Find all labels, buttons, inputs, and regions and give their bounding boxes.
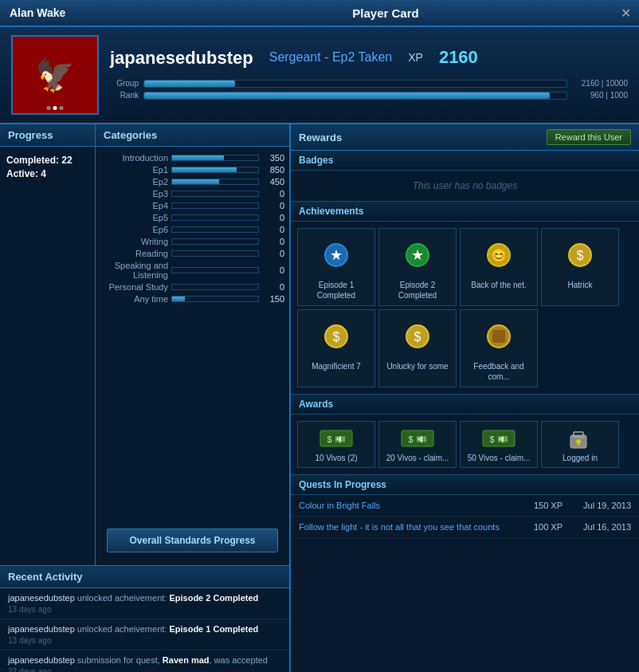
activity-action: unlocked acheivement: xyxy=(77,624,167,634)
svg-text:$: $ xyxy=(333,330,340,344)
quests-header: Quests In Progress xyxy=(291,475,639,495)
title-bar: Alan Wake Player Card ✕ xyxy=(0,0,639,27)
activity-item: japanesedubstep unlocked acheivement: Ep… xyxy=(0,588,289,619)
categories-section-header: Categories xyxy=(96,124,289,146)
category-row: Ep4 0 xyxy=(100,201,284,210)
category-bar-bg xyxy=(171,155,259,161)
category-bar-bg xyxy=(171,214,259,221)
rank-bar-bg xyxy=(143,92,567,100)
category-label: Ep6 xyxy=(100,225,168,234)
category-bar-bg xyxy=(171,167,259,173)
completed-label: Completed: xyxy=(6,155,59,166)
profile-header: 🦅 japanesedubstep Sergeant - Ep2 Taken X… xyxy=(0,27,639,124)
svg-text:★: ★ xyxy=(330,247,343,263)
badges-header: Badges xyxy=(291,151,639,171)
profile-info: japanesedubstep Sergeant - Ep2 Taken XP … xyxy=(110,47,628,103)
category-value: 150 xyxy=(262,294,284,304)
quest-name[interactable]: Follow the light - it is not all that yo… xyxy=(299,522,514,532)
xp-value: 2160 xyxy=(439,47,478,68)
award-item: $ 💵 10 Vivos (2) xyxy=(297,421,375,468)
group-bar-fill xyxy=(144,81,235,87)
svg-text:$ 💵: $ 💵 xyxy=(408,434,426,445)
category-bar-fill xyxy=(172,179,219,184)
avatar-dots xyxy=(47,106,64,110)
category-row: Ep1 850 xyxy=(100,165,284,175)
main-content: Progress Categories Completed: 22 Active… xyxy=(0,124,639,672)
rewards-title: Rewards xyxy=(299,132,342,143)
achievement-label: Feedback and com... xyxy=(464,361,534,382)
reward-user-button[interactable]: Reward this User xyxy=(547,129,631,145)
category-value: 0 xyxy=(262,189,284,198)
rank-bar-row: Rank 960 | 1000 xyxy=(110,91,628,100)
badges-area: This user has no badges xyxy=(291,171,639,202)
achievement-item: 😊 Back of the net. xyxy=(460,228,538,306)
category-bar-fill xyxy=(172,155,224,160)
active-stat: Active: 4 xyxy=(6,168,88,179)
close-button[interactable]: ✕ xyxy=(612,0,639,26)
activity-user: japanesedubstep xyxy=(8,655,75,665)
group-bar-bg xyxy=(143,80,567,88)
awards-grid: $ 💵 10 Vivos (2) $ 💵 20 Vivos - claim...… xyxy=(291,415,639,475)
category-bar-bg xyxy=(171,179,259,185)
category-value: 0 xyxy=(262,282,284,292)
quest-date: Jul 16, 2013 xyxy=(567,522,631,532)
category-row: Ep2 450 xyxy=(100,177,284,187)
category-value: 450 xyxy=(262,177,284,187)
category-label: Writing xyxy=(100,237,168,246)
awards-header: Awards xyxy=(291,395,639,415)
achievement-item: $ Unlucky for some xyxy=(378,309,457,387)
activity-action: unlocked acheivement: xyxy=(77,593,167,603)
quest-xp: 150 XP xyxy=(519,501,563,510)
achievement-item: ★ Episode 2 Completed xyxy=(378,228,457,306)
dot-1 xyxy=(47,106,51,110)
category-row: Personal Study 0 xyxy=(100,282,284,292)
categories-list: Introduction 350 Ep1 850 Ep2 450 Ep3 0 E… xyxy=(96,147,289,519)
achievements-grid: ★ Episode 1 Completed ★ Episode 2 Comple… xyxy=(291,222,639,395)
left-panel: Progress Categories Completed: 22 Active… xyxy=(0,124,291,672)
achievement-label: Unlucky for some xyxy=(386,361,448,371)
achievement-icon: $ xyxy=(559,234,602,277)
category-bar-bg xyxy=(171,191,259,197)
award-item: $ 💵 50 Vivos - claim... xyxy=(460,421,538,468)
activity-time: 13 days ago xyxy=(8,605,281,614)
svg-text:$ 💵: $ 💵 xyxy=(327,434,345,445)
progress-sub-panel: Completed: 22 Active: 4 xyxy=(0,147,96,565)
group-bar-val: 2160 | 10000 xyxy=(572,79,628,88)
rank-text: Sergeant - Ep2 Taken xyxy=(269,50,392,65)
category-label: Ep2 xyxy=(100,177,168,187)
category-value: 0 xyxy=(262,213,284,222)
award-icon: $ 💵 xyxy=(315,426,358,450)
category-row: Reading 0 xyxy=(100,249,284,258)
group-label: Group xyxy=(110,79,139,88)
activity-item: japanesedubstep submission for quest, Ra… xyxy=(0,650,289,672)
category-bar-bg xyxy=(171,296,259,302)
achievement-icon: ★ xyxy=(396,234,439,277)
category-label: Ep5 xyxy=(100,213,168,222)
xp-label: XP xyxy=(408,51,423,64)
overall-standards-button[interactable]: Overall Standards Progress xyxy=(107,529,278,552)
category-label: Ep1 xyxy=(100,165,168,175)
activity-action2: , was accepted xyxy=(210,655,268,665)
achievement-icon: ★ xyxy=(315,234,358,277)
achievements-header: Achievements xyxy=(291,202,639,222)
achievement-label: Back of the net. xyxy=(471,280,527,290)
activity-detail[interactable]: Raven mad xyxy=(163,655,210,665)
quest-date: Jul 19, 2013 xyxy=(567,501,631,510)
rank-label: Rank xyxy=(110,91,139,100)
activity-detail: Episode 2 Completed xyxy=(169,593,258,603)
app-name: Alan Wake xyxy=(0,6,159,19)
active-label: Active: xyxy=(6,168,38,179)
category-row: Any time 150 xyxy=(100,294,284,304)
category-row: Ep3 0 xyxy=(100,189,284,198)
category-value: 0 xyxy=(262,265,284,275)
quest-row: Colour in Bright Falls 150 XP Jul 19, 20… xyxy=(291,495,639,517)
achievement-label: Hatrick xyxy=(567,280,592,290)
dot-3 xyxy=(60,106,64,110)
achievement-item: $ Magnificient 7 xyxy=(297,309,375,387)
completed-val: 22 xyxy=(61,155,72,166)
achievement-icon xyxy=(477,315,520,358)
svg-text:$: $ xyxy=(577,249,584,262)
svg-rect-13 xyxy=(492,330,505,343)
quest-name[interactable]: Colour in Bright Falls xyxy=(299,501,514,510)
rewards-header: Rewards Reward this User xyxy=(291,124,639,151)
